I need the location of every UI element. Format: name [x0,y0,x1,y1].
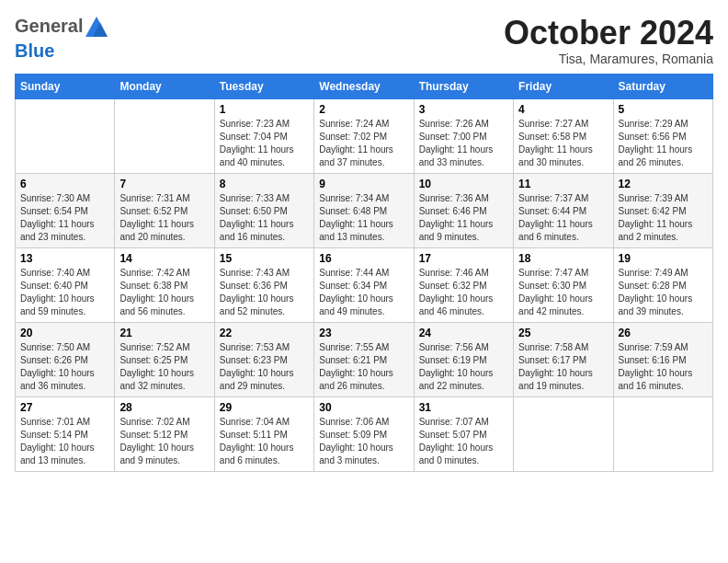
calendar-cell: 18Sunrise: 7:47 AM Sunset: 6:30 PM Dayli… [514,247,613,322]
calendar-cell: 16Sunrise: 7:44 AM Sunset: 6:34 PM Dayli… [314,247,414,322]
day-detail: Sunrise: 7:47 AM Sunset: 6:30 PM Dayligh… [518,267,608,318]
calendar-cell: 25Sunrise: 7:58 AM Sunset: 6:17 PM Dayli… [514,322,613,396]
calendar-cell: 7Sunrise: 7:31 AM Sunset: 6:52 PM Daylig… [115,173,214,247]
day-detail: Sunrise: 7:01 AM Sunset: 5:14 PM Dayligh… [20,416,109,467]
day-detail: Sunrise: 7:29 AM Sunset: 6:56 PM Dayligh… [619,118,708,169]
calendar-cell: 2Sunrise: 7:24 AM Sunset: 7:02 PM Daylig… [314,98,414,173]
day-number: 20 [20,327,109,339]
day-detail: Sunrise: 7:55 AM Sunset: 6:21 PM Dayligh… [319,341,408,393]
calendar-cell [115,98,214,173]
logo-general: General [15,16,83,36]
day-number: 31 [419,401,508,414]
calendar-cell: 21Sunrise: 7:52 AM Sunset: 6:25 PM Dayli… [115,322,214,396]
day-number: 2 [319,103,408,116]
calendar-cell [16,98,115,173]
day-number: 25 [518,327,608,339]
calendar-cell: 23Sunrise: 7:55 AM Sunset: 6:21 PM Dayli… [314,322,414,396]
day-number: 1 [220,103,309,116]
day-number: 19 [619,252,708,265]
calendar-cell: 20Sunrise: 7:50 AM Sunset: 6:26 PM Dayli… [16,322,115,396]
calendar-cell: 11Sunrise: 7:37 AM Sunset: 6:44 PM Dayli… [514,173,613,247]
day-detail: Sunrise: 7:59 AM Sunset: 6:16 PM Dayligh… [619,341,708,393]
day-number: 22 [220,327,309,339]
day-number: 24 [419,327,508,339]
day-number: 13 [20,252,109,265]
calendar-cell: 14Sunrise: 7:42 AM Sunset: 6:38 PM Dayli… [115,247,214,322]
day-detail: Sunrise: 7:42 AM Sunset: 6:38 PM Dayligh… [119,267,209,318]
calendar-cell: 28Sunrise: 7:02 AM Sunset: 5:12 PM Dayli… [115,396,214,471]
day-number: 26 [619,327,708,339]
calendar-cell [613,396,712,471]
page-header: General Blue October 2024 Tisa, Maramure… [15,15,713,66]
day-detail: Sunrise: 7:23 AM Sunset: 7:04 PM Dayligh… [220,118,309,169]
weekday-header: Friday [514,74,613,98]
calendar-cell: 9Sunrise: 7:34 AM Sunset: 6:48 PM Daylig… [314,173,414,247]
calendar-table: SundayMondayTuesdayWednesdayThursdayFrid… [15,74,713,472]
day-detail: Sunrise: 7:58 AM Sunset: 6:17 PM Dayligh… [518,341,608,393]
day-detail: Sunrise: 7:07 AM Sunset: 5:07 PM Dayligh… [419,416,508,467]
day-number: 4 [518,103,608,116]
day-detail: Sunrise: 7:30 AM Sunset: 6:54 PM Dayligh… [20,192,109,244]
calendar-cell: 27Sunrise: 7:01 AM Sunset: 5:14 PM Dayli… [16,396,115,471]
calendar-cell: 24Sunrise: 7:56 AM Sunset: 6:19 PM Dayli… [414,322,513,396]
day-number: 30 [319,401,408,414]
day-number: 28 [119,401,209,414]
day-number: 23 [319,327,408,339]
calendar-cell: 26Sunrise: 7:59 AM Sunset: 6:16 PM Dayli… [613,322,712,396]
calendar-cell: 10Sunrise: 7:36 AM Sunset: 6:46 PM Dayli… [414,173,513,247]
day-detail: Sunrise: 7:04 AM Sunset: 5:11 PM Dayligh… [220,416,309,467]
day-detail: Sunrise: 7:56 AM Sunset: 6:19 PM Dayligh… [419,341,508,393]
day-detail: Sunrise: 7:44 AM Sunset: 6:34 PM Dayligh… [319,267,408,318]
day-detail: Sunrise: 7:34 AM Sunset: 6:48 PM Dayligh… [319,192,408,244]
day-detail: Sunrise: 7:40 AM Sunset: 6:40 PM Dayligh… [20,267,109,318]
day-number: 17 [419,252,508,265]
day-detail: Sunrise: 7:26 AM Sunset: 7:00 PM Dayligh… [419,118,508,169]
day-number: 8 [220,178,309,190]
weekday-header: Thursday [414,74,513,98]
calendar-cell: 5Sunrise: 7:29 AM Sunset: 6:56 PM Daylig… [613,98,712,173]
day-number: 16 [319,252,408,265]
calendar-cell [514,396,613,471]
calendar-cell: 12Sunrise: 7:39 AM Sunset: 6:42 PM Dayli… [613,173,712,247]
day-number: 14 [119,252,209,265]
calendar-cell: 6Sunrise: 7:30 AM Sunset: 6:54 PM Daylig… [16,173,115,247]
calendar-cell: 1Sunrise: 7:23 AM Sunset: 7:04 PM Daylig… [214,98,313,173]
calendar-cell: 3Sunrise: 7:26 AM Sunset: 7:00 PM Daylig… [414,98,513,173]
day-detail: Sunrise: 7:53 AM Sunset: 6:23 PM Dayligh… [220,341,309,393]
day-number: 5 [619,103,708,116]
location: Tisa, Maramures, Romania [504,52,713,66]
calendar-cell: 29Sunrise: 7:04 AM Sunset: 5:11 PM Dayli… [214,396,313,471]
calendar-cell: 17Sunrise: 7:46 AM Sunset: 6:32 PM Dayli… [414,247,513,322]
day-detail: Sunrise: 7:39 AM Sunset: 6:42 PM Dayligh… [619,192,708,244]
calendar-cell: 30Sunrise: 7:06 AM Sunset: 5:09 PM Dayli… [314,396,414,471]
title-area: October 2024 Tisa, Maramures, Romania [504,15,713,66]
day-detail: Sunrise: 7:06 AM Sunset: 5:09 PM Dayligh… [319,416,408,467]
day-detail: Sunrise: 7:43 AM Sunset: 6:36 PM Dayligh… [220,267,309,318]
calendar-cell: 8Sunrise: 7:33 AM Sunset: 6:50 PM Daylig… [214,173,313,247]
logo: General Blue [15,15,110,61]
day-detail: Sunrise: 7:24 AM Sunset: 7:02 PM Dayligh… [319,118,408,169]
day-detail: Sunrise: 7:36 AM Sunset: 6:46 PM Dayligh… [419,192,508,244]
day-number: 10 [419,178,508,190]
weekday-header: Saturday [613,74,712,98]
calendar-cell: 4Sunrise: 7:27 AM Sunset: 6:58 PM Daylig… [514,98,613,173]
month-title: October 2024 [504,15,713,52]
day-number: 12 [619,178,708,190]
day-number: 29 [220,401,309,414]
calendar-cell: 19Sunrise: 7:49 AM Sunset: 6:28 PM Dayli… [613,247,712,322]
calendar-cell: 15Sunrise: 7:43 AM Sunset: 6:36 PM Dayli… [214,247,313,322]
day-number: 6 [20,178,109,190]
calendar-cell: 22Sunrise: 7:53 AM Sunset: 6:23 PM Dayli… [214,322,313,396]
weekday-header: Tuesday [214,74,313,98]
calendar-cell: 31Sunrise: 7:07 AM Sunset: 5:07 PM Dayli… [414,396,513,471]
day-number: 15 [220,252,309,265]
day-number: 11 [518,178,608,190]
calendar-cell: 13Sunrise: 7:40 AM Sunset: 6:40 PM Dayli… [16,247,115,322]
day-detail: Sunrise: 7:02 AM Sunset: 5:12 PM Dayligh… [119,416,209,467]
day-number: 27 [20,401,109,414]
day-number: 7 [119,178,209,190]
day-detail: Sunrise: 7:49 AM Sunset: 6:28 PM Dayligh… [619,267,708,318]
day-detail: Sunrise: 7:37 AM Sunset: 6:44 PM Dayligh… [518,192,608,244]
day-number: 3 [419,103,508,116]
logo-blue: Blue [15,40,54,61]
